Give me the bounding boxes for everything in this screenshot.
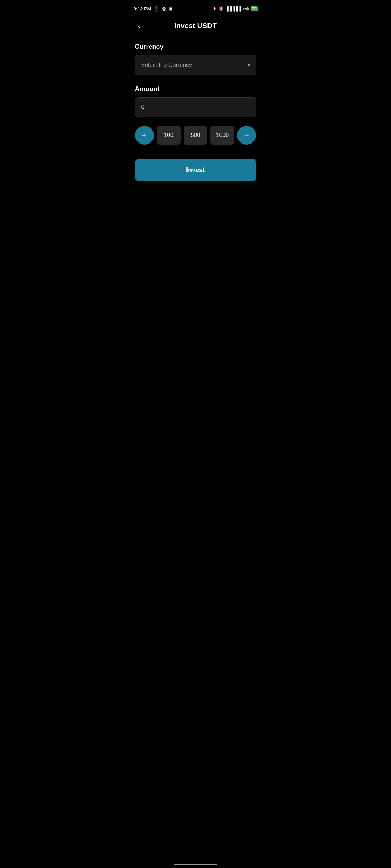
status-time: 8:12 PM 📱 👻 ▣ ··· bbox=[134, 6, 178, 12]
whatsapp-icon: 📱 bbox=[154, 6, 159, 12]
wifi-icon: wifi bbox=[243, 6, 249, 11]
chevron-down-icon: ▾ bbox=[248, 62, 250, 68]
currency-dropdown[interactable]: Select the Currency ▾ bbox=[135, 55, 256, 75]
currency-section: Currency Select the Currency ▾ bbox=[135, 43, 256, 75]
invest-button[interactable]: Invest bbox=[135, 159, 256, 181]
status-icons: ✱ 🔇 ▐▐▐▐▐ wifi 70 bbox=[213, 6, 257, 11]
quick-amount-500-button[interactable]: 500 bbox=[184, 126, 207, 145]
more-icon: ··· bbox=[175, 7, 178, 11]
battery-icon: 70 bbox=[251, 6, 257, 11]
currency-placeholder: Select the Currency bbox=[141, 62, 192, 68]
status-bar: 8:12 PM 📱 👻 ▣ ··· ✱ 🔇 ▐▐▐▐▐ wifi 70 bbox=[128, 0, 264, 16]
amount-section: Amount bbox=[135, 85, 256, 117]
mute-icon: 🔇 bbox=[218, 6, 224, 11]
decrement-button[interactable]: − bbox=[237, 126, 256, 145]
quick-amount-1000-button[interactable]: 1000 bbox=[210, 126, 234, 145]
quick-amount-100-button[interactable]: 100 bbox=[157, 126, 181, 145]
main-content: Currency Select the Currency ▾ Amount + … bbox=[128, 36, 264, 188]
back-button[interactable]: ‹ bbox=[135, 20, 143, 32]
amount-input[interactable] bbox=[141, 103, 250, 111]
snapchat-icon: 👻 bbox=[161, 7, 167, 11]
currency-label: Currency bbox=[135, 43, 256, 51]
header: ‹ Invest USDT bbox=[128, 16, 264, 36]
amount-label: Amount bbox=[135, 85, 256, 93]
increment-button[interactable]: + bbox=[135, 126, 154, 145]
quick-amounts-row: + 100 500 1000 − bbox=[135, 126, 256, 145]
page-title: Invest USDT bbox=[174, 22, 217, 30]
amount-input-wrapper[interactable] bbox=[135, 97, 256, 117]
bluetooth-icon: ✱ bbox=[213, 6, 216, 11]
signal-icon: ▐▐▐▐▐ bbox=[226, 6, 241, 11]
screen-icon: ▣ bbox=[169, 7, 172, 11]
